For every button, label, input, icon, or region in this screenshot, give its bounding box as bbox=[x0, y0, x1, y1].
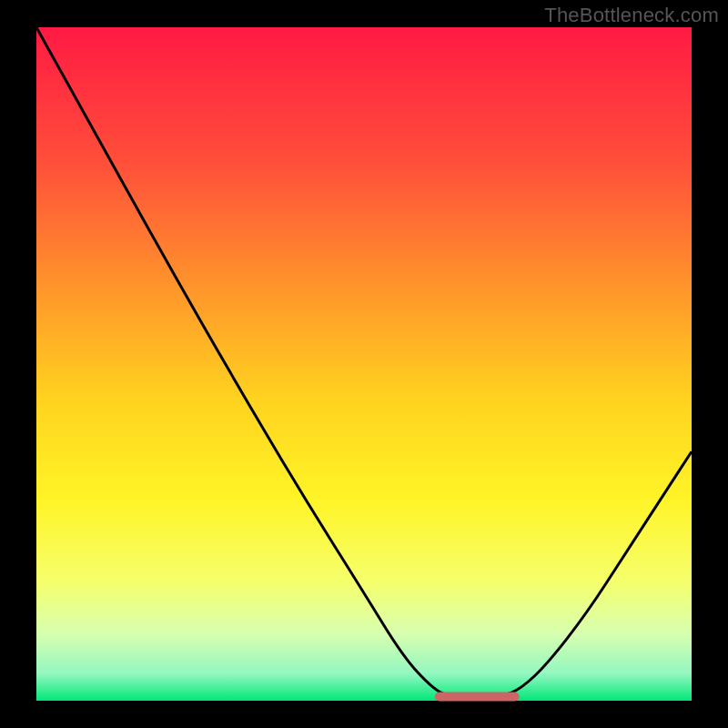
plot-background bbox=[36, 27, 692, 701]
chart-svg bbox=[0, 0, 728, 728]
chart-container: TheBottleneck.com bbox=[0, 0, 728, 728]
watermark-text: TheBottleneck.com bbox=[544, 4, 719, 27]
